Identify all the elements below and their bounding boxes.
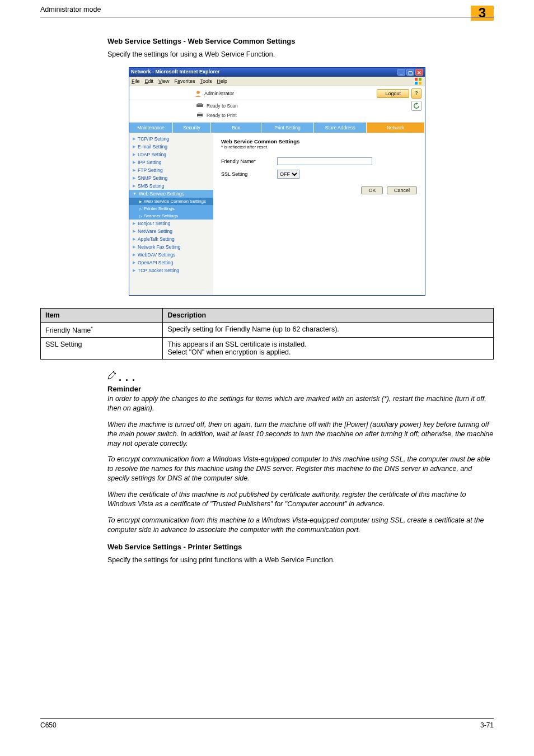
sidebar-sub-printer[interactable]: ▷Printer Settings — [129, 205, 213, 212]
svg-rect-9 — [198, 116, 202, 118]
close-icon[interactable]: ✕ — [415, 69, 423, 76]
reminder-p1: In order to apply the changes to the set… — [107, 394, 494, 413]
sidebar-item-ftp[interactable]: ▶FTP Setting — [129, 166, 213, 174]
menu-help[interactable]: Help — [217, 78, 227, 84]
svg-rect-6 — [198, 103, 202, 105]
svg-rect-0 — [415, 78, 418, 81]
sidebar-item-ldap[interactable]: ▶LDAP Setting — [129, 151, 213, 158]
maximize-icon[interactable]: ▢ — [406, 69, 414, 76]
menu-view[interactable]: View — [158, 78, 169, 84]
section-intro-1: Specify the settings for using a Web Ser… — [107, 50, 494, 59]
admin-label: Administrator — [204, 91, 234, 96]
refresh-button[interactable] — [411, 101, 421, 111]
ok-button[interactable]: OK — [361, 186, 383, 194]
table-row: SSL Setting This appears if an SSL certi… — [41, 338, 494, 360]
sidebar-item-bonjour[interactable]: ▶Bonjour Setting — [129, 220, 213, 227]
sidebar-sub-common[interactable]: ▶Web Service Common Settings — [129, 198, 213, 205]
section-title-1: Web Service Settings - Web Service Commo… — [107, 37, 494, 45]
pencil-icon — [106, 370, 118, 384]
tab-store-address[interactable]: Store Address — [314, 123, 367, 133]
sidebar-item-tcpip[interactable]: ▶TCP/IP Setting — [129, 135, 213, 143]
td-item-2: SSL Setting — [41, 338, 163, 360]
reminder-p4: When the certificate of this machine is … — [107, 490, 494, 509]
tab-box[interactable]: Box — [211, 123, 261, 133]
th-desc: Description — [163, 308, 494, 322]
status-print: Ready to Print — [207, 113, 237, 118]
window-titlebar[interactable]: Network - Microsoft Internet Explorer _ … — [129, 68, 425, 77]
chapter-badge: 3 — [471, 6, 494, 21]
reminder-dots: . . . — [119, 372, 135, 384]
scanner-icon — [195, 102, 204, 109]
reminder-p5: To encrypt communication from this machi… — [107, 516, 494, 535]
admin-icon — [194, 90, 202, 97]
friendly-input[interactable] — [277, 157, 372, 165]
ssl-label: SSL Setting — [221, 171, 277, 177]
th-item: Item — [41, 308, 163, 322]
td-desc-1: Specify setting for Friendly Name (up to… — [163, 322, 494, 337]
description-table: Item Description Friendly Name* Specify … — [40, 308, 494, 360]
svg-rect-2 — [415, 82, 418, 85]
window-title: Network - Microsoft Internet Explorer — [131, 69, 220, 76]
sidebar-sub-scanner[interactable]: ▷Scanner Settings — [129, 212, 213, 220]
menu-edit[interactable]: Edit — [145, 78, 154, 84]
section-title-2: Web Service Settings - Printer Settings — [107, 543, 494, 551]
friendly-label: Friendly Name* — [221, 158, 277, 164]
printer-icon — [195, 111, 204, 119]
tab-security[interactable]: Security — [173, 123, 211, 133]
pane-title: Web Service Common Settings — [221, 138, 417, 144]
sidebar-item-webservice[interactable]: ▼Web Service Settings — [129, 190, 213, 198]
ie-logo-icon — [414, 77, 423, 85]
tab-print-setting[interactable]: Print Setting — [261, 123, 314, 133]
side-panel: ▶TCP/IP Setting ▶E-mail Setting ▶LDAP Se… — [129, 133, 213, 295]
table-row: Friendly Name* Specify setting for Frien… — [41, 322, 494, 337]
menu-favorites[interactable]: Favorites — [174, 78, 195, 84]
menu-tools[interactable]: Tools — [200, 78, 212, 84]
sidebar-item-appletalk[interactable]: ▶AppleTalk Setting — [129, 235, 213, 243]
ssl-select[interactable]: OFF — [277, 170, 299, 179]
cancel-button[interactable]: Cancel — [387, 186, 417, 194]
sidebar-item-ipp[interactable]: ▶IPP Setting — [129, 158, 213, 166]
tab-network[interactable]: Network — [367, 123, 425, 133]
reminder-title: Reminder — [107, 385, 494, 393]
td-desc-2: This appears if an SSL certificate is in… — [163, 338, 494, 360]
svg-rect-3 — [419, 82, 421, 85]
sidebar-item-webdav[interactable]: ▶WebDAV Settings — [129, 251, 213, 259]
logout-button[interactable]: Logout — [377, 89, 409, 98]
ie-menubar: File Edit View Favorites Tools Help — [129, 77, 425, 86]
content-pane: Web Service Common Settings * is reflect… — [213, 133, 425, 295]
pane-note: * is reflected after reset. — [221, 144, 417, 150]
header-rule — [40, 17, 494, 17]
screenshot-window: Network - Microsoft Internet Explorer _ … — [129, 67, 425, 296]
tab-maintenance[interactable]: Maintenance — [129, 123, 173, 133]
sidebar-item-tcpsocket[interactable]: ▶TCP Socket Setting — [129, 267, 213, 274]
tabstrip: Maintenance Security Box Print Setting S… — [129, 123, 425, 133]
svg-point-4 — [196, 91, 200, 94]
minimize-icon[interactable]: _ — [397, 69, 405, 76]
status-scan: Ready to Scan — [207, 103, 238, 109]
header-mode: Administrator mode — [40, 6, 101, 13]
footer-left: C650 — [40, 721, 57, 729]
sidebar-item-snmp[interactable]: ▶SNMP Setting — [129, 174, 213, 182]
sidebar-item-smb[interactable]: ▶SMB Setting — [129, 182, 213, 190]
svg-rect-8 — [198, 112, 202, 114]
menu-file[interactable]: File — [132, 78, 140, 84]
sidebar-item-email[interactable]: ▶E-mail Setting — [129, 143, 213, 151]
sidebar-item-netware[interactable]: ▶NetWare Setting — [129, 227, 213, 235]
footer-right: 3-71 — [480, 721, 494, 729]
sidebar-item-netfax[interactable]: ▶Network Fax Setting — [129, 243, 213, 251]
td-item-1: Friendly Name* — [41, 322, 163, 337]
help-button[interactable]: ? — [411, 88, 421, 99]
svg-rect-1 — [419, 78, 421, 81]
sidebar-item-openapi[interactable]: ▶OpenAPI Setting — [129, 259, 213, 267]
reminder-p3: To encrypt communication from a Windows … — [107, 455, 494, 483]
reminder-p2: When the machine is turned off, then on … — [107, 420, 494, 449]
section-intro-2: Specify the settings for using print fun… — [107, 556, 494, 565]
